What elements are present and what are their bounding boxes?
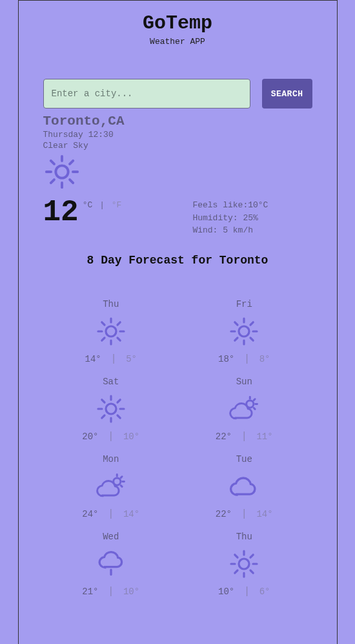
unit-f[interactable]: °F <box>112 200 122 210</box>
svg-line-45 <box>121 485 122 486</box>
forecast-high: 18° <box>218 354 234 364</box>
forecast-day: Tue 22° | 14° <box>190 454 298 520</box>
forecast-day: Thu 14° | 5° <box>57 299 165 365</box>
forecast-high: 20° <box>82 431 98 442</box>
forecast-high: 22° <box>216 509 232 519</box>
sun-icon <box>43 182 81 194</box>
svg-line-15 <box>117 338 120 340</box>
svg-line-32 <box>102 399 105 402</box>
forecast-day-name: Wed <box>57 532 165 542</box>
temp-separator: | <box>241 508 247 520</box>
forecast-day-name: Thu <box>57 299 165 309</box>
forecast-day: Fri 18° | 8° <box>190 299 298 365</box>
forecast-low: 10° <box>123 587 139 597</box>
forecast-high: 10° <box>218 587 234 597</box>
partly-icon <box>190 391 298 427</box>
forecast-day: Thu 10° | 6° <box>190 532 298 597</box>
forecast-low: 6° <box>259 587 270 597</box>
forecast-temps: 22° | 11° <box>190 431 298 442</box>
svg-line-6 <box>70 180 73 183</box>
weather-details: Feels like:10°C Humidity: 25% Wind: 5 km… <box>192 199 268 237</box>
humidity-label: Humidity: <box>192 213 238 223</box>
svg-line-53 <box>250 570 253 573</box>
temp-separator: | <box>241 431 247 442</box>
forecast-day-name: Fri <box>190 299 298 309</box>
app-card: GoTemp Weather APP SEARCH Toronto,CA Thu… <box>18 0 338 644</box>
forecast-grid: Thu 14° | 5° Fri 18° | 8° Sat 20° | 10° … <box>19 299 337 597</box>
svg-point-27 <box>106 404 116 414</box>
svg-line-14 <box>102 322 105 324</box>
svg-line-7 <box>50 180 54 183</box>
forecast-temps: 18° | 8° <box>190 353 298 365</box>
forecast-high: 24° <box>82 509 98 519</box>
forecast-temps: 21° | 10° <box>57 586 165 597</box>
forecast-low: 14° <box>123 509 139 519</box>
forecast-high: 22° <box>216 431 232 442</box>
forecast-low: 14° <box>256 509 272 519</box>
forecast-day-name: Tue <box>190 454 298 464</box>
unit-toggle[interactable]: °C | °F <box>83 200 122 210</box>
feels-like-label: Feels like: <box>192 200 248 210</box>
temp-separator: | <box>108 431 114 442</box>
app-subtitle: Weather APP <box>150 37 205 47</box>
humidity-value: 25% <box>243 213 258 223</box>
cloud-icon <box>190 468 298 504</box>
svg-line-54 <box>235 570 238 573</box>
svg-line-40 <box>254 408 255 409</box>
temp-separator: | <box>108 586 114 597</box>
unit-separator: | <box>99 200 105 210</box>
svg-line-16 <box>102 338 105 340</box>
search-row: SEARCH <box>19 79 337 109</box>
svg-line-25 <box>235 338 238 340</box>
sun-icon <box>190 546 298 582</box>
forecast-temps: 20° | 10° <box>57 431 165 442</box>
svg-line-5 <box>50 161 54 164</box>
search-button[interactable]: SEARCH <box>262 79 312 109</box>
rain-icon <box>57 546 165 582</box>
svg-point-18 <box>239 326 249 337</box>
condition-text: Clear Sky <box>43 141 312 151</box>
wind-value: 5 km/h <box>223 225 253 235</box>
forecast-low: 8° <box>259 354 270 364</box>
svg-line-44 <box>121 476 122 477</box>
forecast-day-name: Sun <box>190 377 298 387</box>
forecast-day: Wed 21° | 10° <box>57 532 165 597</box>
forecast-high: 14° <box>85 354 101 364</box>
svg-line-39 <box>254 399 255 400</box>
forecast-day-name: Sat <box>57 377 165 387</box>
svg-line-23 <box>235 322 238 324</box>
temp-separator: | <box>108 508 114 520</box>
svg-point-9 <box>106 326 116 337</box>
temp-block: 12 °C | °F <box>43 198 122 227</box>
svg-point-47 <box>239 559 249 569</box>
forecast-temps: 10° | 6° <box>190 586 298 597</box>
forecast-day-name: Mon <box>57 454 165 464</box>
svg-point-0 <box>56 165 68 178</box>
svg-line-35 <box>117 399 120 402</box>
forecast-low: 5° <box>126 354 137 364</box>
svg-line-34 <box>102 415 105 418</box>
sun-icon <box>57 313 165 349</box>
svg-line-26 <box>250 322 253 324</box>
partly-icon <box>57 468 165 504</box>
current-weather: 12 °C | °F Feels like:10°C Humidity: 25%… <box>19 153 337 237</box>
svg-line-8 <box>70 161 73 164</box>
unit-c[interactable]: °C <box>83 200 93 210</box>
sun-icon <box>57 391 165 427</box>
wind-label: Wind: <box>192 225 218 235</box>
forecast-day-name: Thu <box>190 532 298 542</box>
forecast-day: Sun 22° | 11° <box>190 377 298 442</box>
city-input[interactable] <box>43 79 250 109</box>
app-title: GoTemp <box>143 12 212 34</box>
sun-icon <box>190 313 298 349</box>
svg-line-17 <box>117 322 120 324</box>
location-name: Toronto,CA <box>43 114 312 129</box>
temp-separator: | <box>110 353 117 365</box>
feels-like-value: 10°C <box>248 200 268 210</box>
forecast-temps: 24° | 14° <box>57 508 165 520</box>
svg-line-24 <box>250 338 253 340</box>
forecast-day: Sat 20° | 10° <box>57 377 165 442</box>
forecast-temps: 14° | 5° <box>57 353 165 365</box>
forecast-day: Mon 24° | 14° <box>57 454 165 520</box>
temp-value: 12 <box>43 198 79 227</box>
